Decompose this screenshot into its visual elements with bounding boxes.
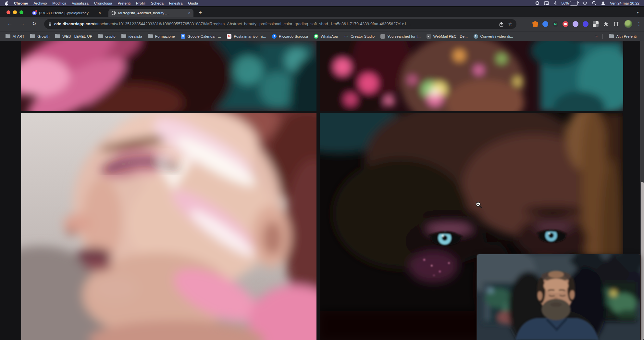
menu-bar-clock[interactable]: Ven 24 mar 20:22 [610, 1, 639, 5]
bookmark-folder-formazione[interactable]: Formazione [145, 34, 178, 38]
bookmark-creator-studio[interactable]: ∞ Creator Studio [341, 34, 378, 39]
bookmark-label: Converti i video di... [480, 34, 513, 38]
menu-guida[interactable]: Guida [188, 1, 198, 5]
bookmark-label: WEB - LEVEL-UP [62, 34, 92, 38]
menu-visualizza[interactable]: Visualizza [72, 1, 89, 5]
bookmark-webmail-pec[interactable]: WebMail PEC - De... [424, 34, 471, 39]
webmail-icon [427, 34, 431, 39]
back-button[interactable]: ← [7, 20, 13, 27]
tab-search-chevron-icon[interactable]: ▾ [637, 10, 639, 15]
gmail-icon: M [227, 34, 231, 39]
generic-page-icon [380, 34, 385, 39]
lavender-extension-icon[interactable] [573, 21, 578, 27]
bookmark-label: Growth [37, 34, 49, 38]
bookmark-label: You searched for I... [387, 34, 421, 38]
menu-modifica[interactable]: Modifica [52, 1, 66, 5]
bookmark-label: idealista [129, 34, 142, 38]
bookmarks-overflow-chevron[interactable]: » [593, 34, 599, 39]
window-close-button[interactable] [6, 10, 10, 14]
screen: { "colors": { "menubar_bg": "#3a3a55", "… [0, 0, 644, 340]
tab-discord[interactable]: (2762) Discord | @Midjourney × [29, 9, 104, 17]
bookmark-you-searched[interactable]: You searched for I... [378, 34, 424, 39]
search-icon[interactable] [592, 1, 596, 5]
grid-extension-icon[interactable] [593, 21, 599, 27]
menu-chrome[interactable]: Chrome [14, 1, 28, 5]
scrollbar-thumb[interactable] [641, 182, 644, 340]
menu-bar-status-area: 56% Ven 24 mar 20:22 [535, 1, 639, 6]
image-quadrant-bottom-left [21, 113, 316, 340]
share-icon[interactable] [499, 22, 503, 27]
battery-percent-label: 56% [561, 1, 569, 5]
bookmark-label: Google Calendar -... [188, 34, 221, 38]
page-scrollbar[interactable] [640, 41, 644, 340]
bookmarks-bar: AI ART Growth WEB - LEVEL-UP crypto idea… [0, 31, 644, 41]
reload-button[interactable]: ↻ [32, 21, 36, 27]
red-extension-icon[interactable] [563, 21, 568, 27]
puzzle-extensions-icon[interactable] [603, 21, 609, 27]
bookmark-label: Formazione [155, 34, 175, 38]
globe-favicon-icon [111, 11, 116, 15]
folder-icon [55, 34, 60, 38]
bookmark-facebook-profile[interactable]: f Riccardo Scrocca [269, 34, 311, 39]
menu-finestra[interactable]: Finestra [169, 1, 183, 5]
profile-avatar[interactable] [624, 20, 632, 28]
window-controls [6, 10, 23, 14]
bookmark-folder-ai-art[interactable]: AI ART [3, 34, 27, 38]
folder-icon [6, 34, 10, 38]
browser-menu-kebab-icon[interactable]: ⋮ [637, 21, 641, 27]
discord-favicon-icon [32, 11, 37, 15]
battery-icon [570, 1, 578, 6]
user-switch-icon[interactable] [601, 1, 605, 5]
video-convert-icon [474, 34, 478, 39]
record-icon[interactable] [535, 1, 539, 5]
tab-strip: (2762) Discord | @Midjourney × MRregista… [0, 6, 644, 17]
folder-icon [30, 34, 35, 38]
window-maximize-button[interactable] [19, 10, 23, 14]
extensions-area: N ⋮ [532, 20, 641, 28]
bookmark-label: WhatsApp [321, 34, 338, 38]
bluetooth-icon[interactable] [553, 1, 557, 6]
image-quadrant-top-right [320, 41, 623, 111]
browser-toolbar: ← → ↻ cdn.discordapp.com/attachments/101… [0, 17, 644, 31]
menu-profili[interactable]: Profili [136, 1, 145, 5]
menu-scheda[interactable]: Scheda [151, 1, 164, 5]
bookmark-folder-crypto[interactable]: crypto [95, 34, 118, 38]
folder-icon [98, 34, 103, 38]
indigo-extension-icon[interactable] [583, 21, 588, 27]
new-tab-button[interactable]: + [199, 9, 202, 16]
bookmark-gmail-inbox[interactable]: M Posta in arrivo - ri... [224, 34, 269, 39]
bookmark-folder-idealista[interactable]: idealista [118, 34, 145, 38]
bookmark-label: Riccardo Scrocca [279, 34, 308, 38]
bookmark-google-calendar[interactable]: 31 Google Calendar -... [178, 34, 224, 39]
sidebar-icon[interactable] [613, 21, 620, 27]
wifi-icon[interactable] [582, 1, 588, 5]
bookmark-other-favorites[interactable]: Altri Preferiti [606, 34, 639, 38]
dark-n-extension-icon[interactable]: N [552, 21, 558, 27]
tab-attachment-active[interactable]: MRregista_Abstract_beauty._.. × [108, 9, 193, 17]
tab-title: MRregista_Abstract_beauty._.. [118, 11, 186, 15]
facebook-icon: f [272, 34, 277, 39]
blue-extension-icon[interactable] [542, 21, 548, 27]
bookmark-folder-web-level-up[interactable]: WEB - LEVEL-UP [52, 34, 95, 38]
bookmark-label: crypto [105, 34, 115, 38]
screen-mirroring-icon[interactable] [544, 1, 549, 5]
window-minimize-button[interactable] [13, 10, 17, 14]
tab-close-icon[interactable]: × [98, 11, 101, 15]
bookmark-converti-video[interactable]: Converti i video di... [471, 34, 516, 39]
url-path: /attachments/1013512335442333816/1088905… [94, 22, 411, 26]
macos-menu-bar: Chrome Archivio Modifica Visualizza Cron… [0, 0, 644, 6]
metamask-icon[interactable] [532, 21, 538, 27]
bookmark-whatsapp[interactable]: ☎ WhatsApp [311, 34, 341, 39]
address-bar[interactable]: cdn.discordapp.com/attachments/101351233… [44, 19, 516, 29]
bookmark-star-icon[interactable]: ☆ [508, 21, 512, 27]
tab-close-icon[interactable]: × [188, 11, 191, 15]
whatsapp-icon: ☎ [314, 34, 318, 39]
google-calendar-icon: 31 [181, 34, 185, 39]
menu-preferiti[interactable]: Preferiti [118, 1, 130, 5]
apple-logo-icon[interactable] [5, 1, 9, 6]
menu-cronologia[interactable]: Cronologia [94, 1, 112, 5]
battery-indicator[interactable]: 56% [561, 1, 578, 6]
bookmark-folder-growth[interactable]: Growth [27, 34, 52, 38]
forward-button[interactable]: → [19, 20, 25, 27]
menu-archivio[interactable]: Archivio [33, 1, 47, 5]
